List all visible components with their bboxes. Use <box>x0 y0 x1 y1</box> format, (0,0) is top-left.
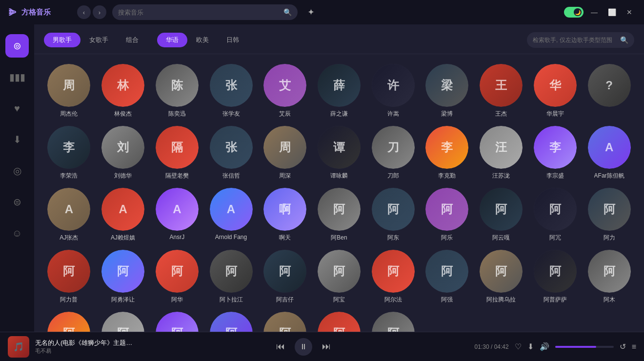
sidebar-item-profile[interactable]: ☺ <box>5 221 29 245</box>
artist-item[interactable]: 阿阿卜拉江 <box>206 250 256 304</box>
artist-item[interactable]: 啊啊天 <box>260 188 310 242</box>
volume-bar[interactable] <box>555 346 614 348</box>
sidebar-item-discover[interactable]: ◎ <box>5 159 29 182</box>
artist-item[interactable]: 阿阿尔法 <box>368 250 418 304</box>
artist-item[interactable]: 阿阿拉腾乌拉 <box>476 250 526 304</box>
night-mode-toggle[interactable]: 🌙 <box>564 7 584 18</box>
artist-item[interactable]: 阿阿强 <box>422 250 472 304</box>
artist-item[interactable]: 阿阿木 <box>584 250 634 304</box>
artist-name: 汪苏泷 <box>492 172 510 180</box>
sidebar-item-favorites[interactable]: ♥ <box>5 97 29 120</box>
window-controls: 🌙 — ⬜ ✕ <box>564 5 636 19</box>
artist-item[interactable]: 阿阿力普 <box>44 250 94 304</box>
artist-item[interactable]: 阿阿沁 <box>314 312 364 332</box>
artist-item[interactable]: 张张信哲 <box>206 126 256 180</box>
close-button[interactable]: ✕ <box>623 5 636 19</box>
artist-item[interactable]: 周周杰伦 <box>44 64 94 118</box>
artist-item[interactable]: 林林俊杰 <box>98 64 148 118</box>
filter-tab-japanese-korean[interactable]: 日韩 <box>218 33 248 47</box>
sidebar-item-toggle[interactable]: ⊜ <box>5 190 29 214</box>
filter-tab-male[interactable]: 男歌手 <box>44 33 80 47</box>
search-icon-btn[interactable]: 🔍 <box>283 8 292 16</box>
artist-item[interactable]: 阿阿塞古卡 <box>206 312 256 332</box>
artist-item[interactable]: 阿阿东 <box>368 188 418 242</box>
artist-item[interactable]: 张张学友 <box>206 64 256 118</box>
sidebar-item-charts[interactable]: ▮▮▮ <box>5 65 29 89</box>
next-button[interactable]: ⏭ <box>322 341 331 352</box>
artist-item[interactable]: 阿阿乐 <box>422 188 472 242</box>
artist-item[interactable]: 阿阿杜 <box>98 312 148 332</box>
artist-item[interactable]: AAJ赖煜嫃 <box>98 188 148 242</box>
sidebar-item-now-playing[interactable]: ⊚ <box>5 34 29 58</box>
artist-item[interactable]: 阿阿华 <box>152 250 202 304</box>
artist-name: 刀郎 <box>387 172 399 180</box>
artist-item[interactable]: 薛薛之谦 <box>314 64 364 118</box>
artist-item[interactable]: 阿阿权 <box>44 312 94 332</box>
artist-item[interactable]: 许许嵩 <box>368 64 418 118</box>
artist-item[interactable]: 王王杰 <box>476 64 526 118</box>
artist-item[interactable]: AAnsrJ <box>152 188 202 242</box>
filter-tab-chinese[interactable]: 华语 <box>157 33 187 47</box>
artist-item[interactable]: 阿阿Ben <box>314 188 364 242</box>
artist-name: 阿云嘎 <box>492 234 510 242</box>
artist-item[interactable]: 刘刘德华 <box>98 126 148 180</box>
prev-button[interactable]: ⏮ <box>276 341 285 352</box>
back-button[interactable]: ‹ <box>77 5 91 19</box>
volume-button[interactable]: 🔊 <box>540 342 549 351</box>
artist-item[interactable]: 周周深 <box>260 126 310 180</box>
artist-avatar: 阿 <box>263 250 306 293</box>
artist-item[interactable]: ? <box>584 64 634 118</box>
artist-item[interactable]: 阿阿吉仔 <box>260 250 310 304</box>
artist-item[interactable]: 阿阿来 <box>152 312 202 332</box>
artist-avatar: 阿 <box>156 250 199 293</box>
filter-tab-western[interactable]: 欧美 <box>187 33 218 47</box>
artist-avatar: 张 <box>210 126 253 169</box>
artist-item[interactable]: 刀刀郎 <box>368 126 418 180</box>
search-input[interactable] <box>118 9 283 16</box>
artist-item[interactable]: AAFar陈但帆 <box>584 126 634 180</box>
maximize-button[interactable]: ⬜ <box>605 5 619 19</box>
artist-item[interactable]: 隔隔壁老樊 <box>152 126 202 180</box>
forward-button[interactable]: › <box>93 5 106 19</box>
artist-item[interactable]: 李李荣浩 <box>44 126 94 180</box>
artist-avatar: 陈 <box>156 64 199 107</box>
volume-fill <box>555 346 596 348</box>
gender-filter-group: 男歌手 女歌手 组合 <box>44 33 147 47</box>
artist-item[interactable]: 艾艾辰 <box>260 64 310 118</box>
playlist-button[interactable]: ≡ <box>632 342 636 351</box>
artist-item[interactable]: 阿阿冗 <box>530 188 581 242</box>
repeat-button[interactable]: ↺ <box>620 342 626 351</box>
artist-item[interactable]: 汪汪苏泷 <box>476 126 526 180</box>
artist-item[interactable]: 阿阿力 <box>584 188 634 242</box>
artist-item[interactable]: 陈陈奕迅 <box>152 64 202 118</box>
artist-name: 张学友 <box>222 110 240 118</box>
artist-item[interactable]: 阿阿浩 <box>368 312 418 332</box>
artist-item[interactable]: 阿阿欢 <box>260 312 310 332</box>
artist-item[interactable]: AAJ张杰 <box>44 188 94 242</box>
artist-item[interactable]: 阿阿勇泽让 <box>98 250 148 304</box>
artist-item[interactable]: 阿阿普萨萨 <box>530 250 581 304</box>
like-button[interactable]: ♡ <box>515 342 522 351</box>
artist-item[interactable]: AArnold Fang <box>206 188 256 242</box>
artist-item[interactable]: 李李宗盛 <box>530 126 581 180</box>
artist-item[interactable]: 李李克勤 <box>422 126 472 180</box>
sidebar-item-downloads[interactable]: ⬇ <box>5 128 29 151</box>
minimize-button[interactable]: — <box>587 5 601 19</box>
filter-tab-female[interactable]: 女歌手 <box>80 33 117 47</box>
avatar-image: 阿 <box>425 250 468 293</box>
artist-item[interactable]: 华华晨宇 <box>530 64 581 118</box>
artist-name: 阿强 <box>441 296 453 304</box>
play-pause-button[interactable]: ⏸ <box>295 338 312 356</box>
artist-search-input[interactable] <box>533 37 620 43</box>
artist-name: 李荣浩 <box>60 172 78 180</box>
avatar-image: 许 <box>372 64 415 107</box>
add-button[interactable]: ✦ <box>307 7 315 18</box>
artist-item[interactable]: 梁梁博 <box>422 64 472 118</box>
download-song-button[interactable]: ⬇ <box>527 342 534 351</box>
artist-name: AJ赖煜嫃 <box>111 234 135 242</box>
artist-item[interactable]: 阿阿宝 <box>314 250 364 304</box>
artist-item[interactable]: 谭谭咏麟 <box>314 126 364 180</box>
avatar-image: 刘 <box>101 126 144 169</box>
artist-item[interactable]: 阿阿云嘎 <box>476 188 526 242</box>
filter-tab-group[interactable]: 组合 <box>117 33 147 47</box>
